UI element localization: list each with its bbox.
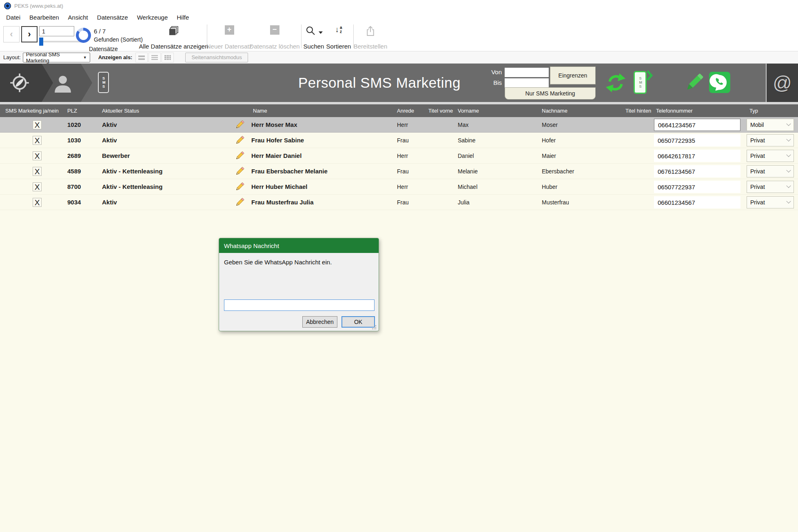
search-button[interactable]: Suchen [302,25,326,50]
plz-cell: 9034 [67,195,81,210]
nachname-cell: Musterfrau [542,195,569,210]
anrede-cell: Frau [397,195,409,210]
status-cell: Aktiv - Kettenleasing [102,164,162,179]
share-icon [366,25,375,36]
sort-az-icon: ↓ az [335,25,342,34]
search-dropdown-caret-icon[interactable] [319,31,323,34]
von-label: Von [477,69,502,75]
chevron-down-icon [786,122,791,126]
edit-record-pencil-icon[interactable] [235,120,245,130]
eingrenzen-button[interactable]: Eingrenzen [550,66,596,84]
show-all-records-button[interactable]: Alle Datensätze anzeigen [144,25,203,50]
typ-dropdown[interactable]: Privat [747,181,794,193]
typ-dropdown[interactable]: Privat [747,196,794,208]
typ-value: Privat [750,153,765,159]
edit-record-pencil-icon[interactable] [235,166,245,176]
next-record-button[interactable]: › [21,26,38,42]
status-cell: Bewerber [102,148,130,164]
typ-value: Privat [750,168,765,175]
form-view-button[interactable] [135,53,148,62]
von-input[interactable] [505,68,549,77]
app-logo-icon [4,2,11,9]
found-records-donut [76,28,91,43]
page-preview-mode-button[interactable]: Seitenansichtsmodus [185,53,248,62]
resize-grip[interactable] [372,324,377,329]
whatsapp-message-input[interactable] [224,299,375,311]
sms-marketing-checkbox[interactable]: X [33,120,42,129]
telefonnummer-input[interactable] [654,165,740,177]
layout-dropdown[interactable]: Personal SMS Marketing ▼ [23,53,90,62]
compass-icon[interactable] [10,73,29,93]
form-view-icon [138,55,145,60]
table-row[interactable]: X 4589 Aktiv - Kettenleasing Frau Ebersb… [0,164,798,179]
nachname-cell: Ebersbacher [542,164,574,179]
menu-item-datensätze[interactable]: Datensätze [93,14,133,21]
edit-pencil-icon[interactable] [685,73,703,91]
edit-record-pencil-icon[interactable] [235,135,245,145]
refresh-icon[interactable] [605,73,626,93]
nachname-cell: Hofer [542,133,556,148]
record-number-input[interactable] [39,26,74,36]
person-icon[interactable] [52,74,73,93]
telefonnummer-input[interactable] [654,181,740,193]
email-section[interactable]: @ [766,64,798,102]
sms-marketing-checkbox[interactable]: X [33,182,42,191]
record-slider-track[interactable] [39,41,82,42]
sms-send-icon[interactable]: SMS [634,71,653,94]
menu-item-ansicht[interactable]: Ansicht [64,14,93,21]
sms-marketing-checkbox[interactable]: X [33,151,42,160]
edit-record-pencil-icon[interactable] [235,151,245,161]
menu-item-hilfe[interactable]: Hilfe [172,14,193,21]
table-row[interactable]: X 1030 Aktiv Frau Hofer Sabine Frau Sabi… [0,133,798,148]
telefonnummer-input[interactable] [654,196,740,208]
nachname-cell: Moser [542,117,558,133]
telefonnummer-input[interactable] [654,119,740,131]
bis-input[interactable] [505,78,549,88]
sms-phone-icon[interactable]: SMS [98,72,109,93]
menu-item-datei[interactable]: Datei [2,14,25,21]
table-view-icon [164,55,171,60]
column-header: PLZ [67,108,77,114]
window-title: PEKS (www.peks.at) [14,3,63,9]
dialog-titlebar: Whatsapp Nachricht [219,238,379,253]
sort-button[interactable]: ↓ az Sortieren [326,25,351,50]
new-record-button[interactable]: + Neuer Datensatz [209,25,250,50]
previous-record-button[interactable]: ‹ [3,26,20,42]
name-cell: Herr Moser Max [251,117,297,133]
record-slider-thumb[interactable] [39,38,43,46]
typ-dropdown[interactable]: Privat [747,165,794,177]
table-view-button[interactable] [162,53,174,62]
typ-dropdown[interactable]: Privat [747,134,794,146]
menu-item-werkzeuge[interactable]: Werkzeuge [133,14,173,21]
name-cell: Frau Musterfrau Julia [251,195,314,210]
sms-marketing-checkbox[interactable]: X [33,198,42,207]
typ-dropdown[interactable]: Privat [747,150,794,162]
nur-sms-marketing-button[interactable]: Nur SMS Marketing [505,87,596,100]
typ-dropdown[interactable]: Mobil [747,119,794,131]
table-row[interactable]: X 1020 Aktiv Herr Moser Max Herr Max Mos… [0,117,798,133]
sms-marketing-checkbox[interactable]: X [33,136,42,145]
page-title: Personal SMS Marketing [286,64,473,102]
typ-value: Privat [750,137,765,144]
list-view-button[interactable] [149,53,161,62]
table-row[interactable]: X 9034 Aktiv Frau Musterfrau Julia Frau … [0,195,798,210]
dialog-message: Geben Sie die WhatsApp Nachricht ein. [224,259,379,266]
checkbox-x-mark: X [35,199,40,206]
table-header-row: SMS Marketing ja/neinPLZAktueller Status… [0,104,798,117]
table-row[interactable]: X 2689 Bewerber Herr Maier Daniel Herr D… [0,148,798,164]
search-icon [305,25,316,36]
ok-button[interactable]: OK [341,316,375,328]
edit-record-pencil-icon[interactable] [235,182,245,192]
edit-record-pencil-icon[interactable] [235,197,245,207]
menu-item-bearbeiten[interactable]: Bearbeiten [25,14,64,21]
telefonnummer-input[interactable] [654,150,740,162]
telefonnummer-input[interactable] [654,134,740,146]
whatsapp-message-dialog: Whatsapp Nachricht Geben Sie die WhatsAp… [219,238,379,331]
cancel-button[interactable]: Abbrechen [302,316,337,328]
delete-record-button[interactable]: − Datensatz löschen [252,25,297,50]
table-row[interactable]: X 8700 Aktiv - Kettenleasing Herr Huber … [0,179,798,195]
whatsapp-icon[interactable] [709,72,730,93]
chevron-down-icon [786,184,791,188]
share-button[interactable]: Bereitstellen [354,25,387,50]
sms-marketing-checkbox[interactable]: X [33,167,42,176]
